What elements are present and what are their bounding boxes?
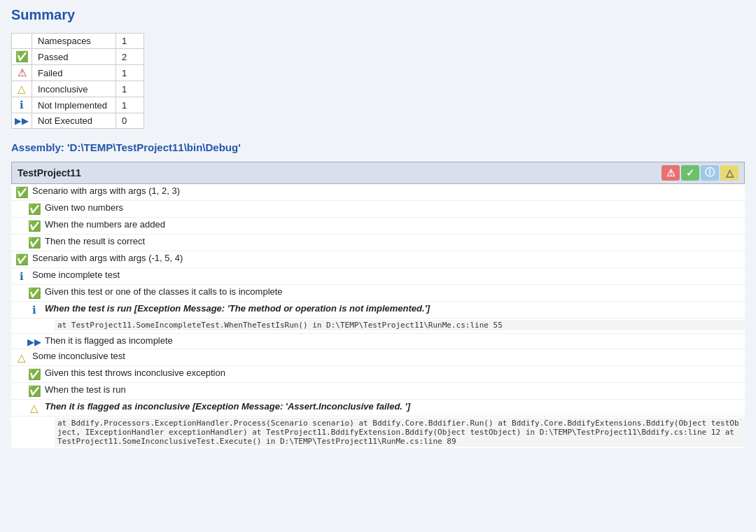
passed-icon-box: ✓ (681, 165, 699, 181)
blue-info-icon: ℹ (27, 303, 42, 316)
failed-icon-box: ⚠ (662, 165, 680, 181)
passed-status-icon: ✓ (686, 167, 694, 178)
yellow-warn-icon: △ (18, 83, 26, 94)
list-item: △Then it is flagged as inconclusive [Exc… (11, 400, 745, 416)
summary-row-icon (12, 34, 32, 49)
list-item-text: Given two numbers (42, 202, 745, 213)
project-header: TestProject11 ⚠ ✓ ⓘ △ (11, 162, 745, 184)
list-item: ✅When the test is run (11, 383, 745, 400)
list-item-text: Then it is flagged as inconclusive [Exce… (42, 401, 745, 412)
summary-row-count: 2 (116, 49, 144, 65)
summary-row-icon: △ (12, 81, 32, 97)
list-item-text: When the test is run (42, 384, 745, 395)
list-item-text: Then the result is correct (42, 236, 745, 246)
yellow-warn-icon: △ (27, 401, 42, 414)
green-check-icon: ✅ (27, 384, 42, 398)
list-item-text: at TestProject11.SomeIncompleteTest.When… (55, 320, 745, 330)
empty-icon (39, 320, 55, 332)
list-item-text: Then it is flagged as incomplete (42, 335, 745, 346)
summary-row-label: Failed (32, 65, 116, 81)
list-item-text: Some inconclusive test (29, 351, 745, 361)
green-check-icon: ✅ (15, 50, 29, 62)
list-item-text: When the numbers are added (42, 219, 745, 230)
list-item: ✅Scenario with args with args (-1, 5, 4) (11, 251, 745, 268)
green-check-icon: ✅ (27, 368, 42, 381)
empty-icon (39, 418, 55, 430)
warn-status-icon: △ (726, 167, 734, 178)
summary-table: Namespaces1✅Passed2⚠Failed1△Inconclusive… (11, 33, 144, 129)
green-check-icon: ✅ (27, 236, 42, 249)
summary-row-count: 0 (116, 113, 144, 129)
list-item-text: Some incomplete test (29, 270, 745, 280)
blue-info-icon: ℹ (14, 270, 29, 283)
list-item: ✅When the numbers are added (11, 218, 745, 234)
green-check-icon: ✅ (14, 186, 29, 199)
list-item-text: Scenario with args with args (1, 2, 3) (29, 186, 745, 196)
project-status-icons: ⚠ ✓ ⓘ △ (662, 165, 738, 181)
summary-row-label: Passed (32, 49, 116, 65)
test-rows: ✅Scenario with args with args (1, 2, 3)✅… (11, 184, 745, 449)
project-name: TestProject11 (18, 167, 662, 178)
summary-row-label: Inconclusive (32, 81, 116, 97)
failed-status-icon: ⚠ (666, 167, 676, 178)
summary-row-icon: ⚠ (12, 65, 32, 81)
list-item-text: Given this test throws inconclusive exce… (42, 368, 745, 378)
list-item: ✅Given this test throws inconclusive exc… (11, 366, 745, 383)
blue-info-icon: ℹ (20, 99, 24, 111)
summary-row-icon: ▶▶ (12, 113, 32, 129)
list-item: △Some inconclusive test (11, 349, 745, 366)
summary-row-icon: ℹ (12, 97, 32, 113)
warn-icon-box: △ (720, 165, 738, 181)
list-item: ℹSome incomplete test (11, 268, 745, 285)
list-item-text: Given this test or one of the classes it… (42, 286, 745, 297)
summary-row-count: 1 (116, 65, 144, 81)
green-check-icon: ✅ (27, 202, 42, 216)
summary-row-count: 1 (116, 81, 144, 97)
list-item: at Bddify.Processors.ExceptionHandler.Pr… (11, 416, 745, 449)
page-title: Summary (11, 7, 745, 23)
summary-row-count: 1 (116, 34, 144, 49)
summary-row-label: Namespaces (32, 34, 116, 49)
list-item: ℹWhen the test is run [Exception Message… (11, 302, 745, 318)
list-item: ✅Given this test or one of the classes i… (11, 285, 745, 302)
list-item-text: Scenario with args with args (-1, 5, 4) (29, 253, 745, 263)
list-item: at TestProject11.SomeIncompleteTest.When… (11, 318, 745, 334)
list-item: ✅Scenario with args with args (1, 2, 3) (11, 184, 745, 201)
summary-row-icon: ✅ (12, 49, 32, 65)
list-item-text: at Bddify.Processors.ExceptionHandler.Pr… (55, 418, 745, 447)
list-item: ▶▶Then it is flagged as incomplete (11, 334, 745, 349)
list-item-text: When the test is run [Exception Message:… (42, 303, 745, 314)
blue-arrows-icon: ▶▶ (27, 335, 42, 347)
list-item: ✅Then the result is correct (11, 234, 745, 251)
yellow-warn-icon: △ (14, 351, 29, 364)
info-status-icon: ⓘ (705, 167, 715, 179)
list-item: ✅Given two numbers (11, 201, 745, 218)
info-icon-box: ⓘ (701, 165, 719, 181)
assembly-label: Assembly: 'D:\TEMP\TestProject11\bin\Deb… (11, 141, 745, 153)
red-excl-icon: ⚠ (18, 66, 27, 78)
summary-row-label: Not Executed (32, 113, 116, 129)
summary-row-label: Not Implemented (32, 97, 116, 113)
green-check-icon: ✅ (27, 286, 42, 300)
blue-arrows-icon: ▶▶ (15, 115, 29, 126)
green-check-icon: ✅ (27, 219, 42, 232)
summary-row-count: 1 (116, 97, 144, 113)
green-check-icon: ✅ (14, 253, 29, 266)
